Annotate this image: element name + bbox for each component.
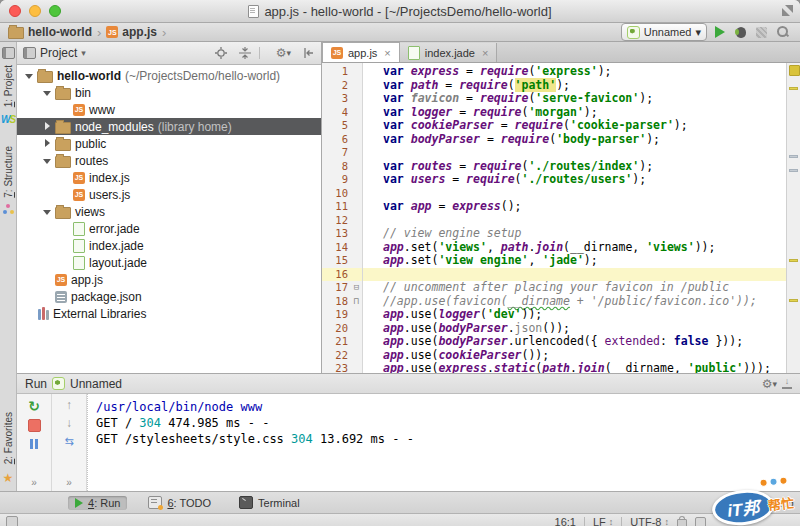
- line-number[interactable]: 6: [322, 133, 351, 147]
- tree-open-arrow-icon[interactable]: [41, 203, 55, 220]
- stripe-mark[interactable]: [789, 155, 798, 158]
- code-line-3[interactable]: var favicon = require('serve-favicon');: [383, 92, 786, 106]
- tree-item-routes[interactable]: routes: [17, 152, 321, 169]
- minimize-window-button[interactable]: [29, 5, 41, 17]
- rerun-button[interactable]: ↻: [28, 400, 40, 412]
- hide-run-panel-button[interactable]: ↓: [782, 378, 792, 389]
- line-number[interactable]: 4: [322, 106, 351, 120]
- toolwindow-button-terminal[interactable]: Terminal: [232, 495, 307, 510]
- tree-closed-arrow-icon[interactable]: [41, 118, 55, 135]
- line-number[interactable]: 1: [322, 65, 351, 79]
- debug-button[interactable]: [736, 27, 746, 38]
- code-line-13[interactable]: // view engine setup: [383, 227, 786, 241]
- encoding-select[interactable]: UTF-8↕: [630, 516, 669, 526]
- zoom-window-button[interactable]: [49, 5, 61, 17]
- line-number[interactable]: 18: [322, 295, 351, 309]
- tree-item-index-js[interactable]: JSindex.js: [17, 169, 321, 186]
- code-line-18[interactable]: //app.use(favicon(__dirname + '/public/f…: [383, 295, 786, 309]
- search-everywhere-button[interactable]: [777, 26, 789, 38]
- code-line-19[interactable]: app.use(logger('dev'));: [383, 308, 786, 322]
- code-line-6[interactable]: var bodyParser = require('body-parser');: [383, 133, 786, 147]
- readonly-lock-icon[interactable]: [677, 519, 687, 526]
- line-number[interactable]: 8: [322, 160, 351, 174]
- prev-occurrence-button[interactable]: ↑: [66, 400, 72, 411]
- tree-item-app-js[interactable]: JSapp.js: [17, 271, 321, 288]
- highlighting-level-icon[interactable]: [695, 517, 706, 526]
- tab-close-icon[interactable]: ×: [482, 47, 488, 59]
- collapse-all-button[interactable]: [239, 47, 251, 59]
- tree-item-www[interactable]: JSwww: [17, 101, 321, 118]
- tree-item-users-js[interactable]: JSusers.js: [17, 186, 321, 203]
- stripe-mark[interactable]: [789, 169, 798, 172]
- line-number[interactable]: 20: [322, 322, 351, 336]
- close-window-button[interactable]: [9, 5, 21, 17]
- code-line-7[interactable]: [383, 146, 786, 160]
- code-line-12[interactable]: [383, 214, 786, 228]
- tree-item-views[interactable]: views: [17, 203, 321, 220]
- project-panel-title[interactable]: Project: [40, 46, 77, 60]
- stop-button[interactable]: [28, 419, 41, 432]
- code-line-16[interactable]: [363, 268, 786, 282]
- hide-panel-button[interactable]: [303, 47, 315, 59]
- locate-file-button[interactable]: [215, 47, 227, 59]
- code-line-4[interactable]: var logger = require('morgan');: [383, 106, 786, 120]
- run-settings-gear-button[interactable]: ⚙▾: [762, 377, 777, 391]
- console-output[interactable]: /usr/local/bin/node wwwGET / 304 474.985…: [87, 394, 800, 491]
- tree-item-package-json[interactable]: package.json: [17, 288, 321, 305]
- tree-item-error-jade[interactable]: error.jade: [17, 220, 321, 237]
- line-number[interactable]: 14: [322, 241, 351, 255]
- tree-open-arrow-icon[interactable]: [23, 67, 37, 84]
- stripe-mark[interactable]: [789, 299, 798, 302]
- code-line-11[interactable]: var app = express();: [383, 200, 786, 214]
- error-stripe[interactable]: [786, 63, 800, 373]
- settings-gear-button[interactable]: ⚙▾: [276, 46, 291, 60]
- line-number[interactable]: 7: [322, 146, 351, 160]
- inspection-status-icon[interactable]: [789, 65, 800, 76]
- stripe-mark[interactable]: [789, 259, 798, 262]
- line-number[interactable]: 15: [322, 254, 351, 268]
- code-line-5[interactable]: var cookieParser = require('cookie-parse…: [383, 119, 786, 133]
- overflow-chevron-icon[interactable]: »: [31, 477, 37, 488]
- code-area[interactable]: 1234567891011121314151617⊟18⊓1920212223 …: [322, 63, 800, 373]
- overflow-chevron-icon[interactable]: »: [66, 477, 72, 488]
- code-lines[interactable]: var express = require('express');var pat…: [363, 63, 786, 373]
- line-number[interactable]: 16: [322, 268, 351, 282]
- fold-marker-icon[interactable]: ⊓: [351, 295, 362, 309]
- tree-item-index-jade[interactable]: index.jade: [17, 237, 321, 254]
- code-line-14[interactable]: app.set('views', path.join(__dirname, 'v…: [383, 241, 786, 255]
- tree-open-arrow-icon[interactable]: [41, 152, 55, 169]
- tab-close-icon[interactable]: ×: [384, 47, 390, 59]
- tree-item-node-modules[interactable]: node_modules(library home): [17, 118, 321, 135]
- code-line-22[interactable]: app.use(cookieParser());: [383, 349, 786, 363]
- caret-position[interactable]: 16:1: [555, 516, 576, 526]
- line-number[interactable]: 19: [322, 308, 351, 322]
- line-number[interactable]: 11: [322, 200, 351, 214]
- stripe-mark[interactable]: [789, 87, 798, 90]
- line-number[interactable]: 3: [322, 92, 351, 106]
- line-number[interactable]: 10: [322, 187, 351, 201]
- fullscreen-icon[interactable]: [782, 5, 793, 16]
- tab-index-jade[interactable]: index.jade×: [400, 43, 498, 62]
- line-separator-select[interactable]: LF↕: [593, 516, 613, 526]
- breadcrumb-file[interactable]: app.js: [122, 25, 157, 39]
- line-number[interactable]: 22: [322, 349, 351, 363]
- next-occurrence-button[interactable]: ↓: [66, 418, 72, 429]
- stripe-button-structure[interactable]: 7: Structure: [3, 146, 14, 198]
- tree-item-hello-world[interactable]: hello-world(~/ProjectsDemo/hello-world): [17, 67, 321, 84]
- line-number[interactable]: 5: [322, 119, 351, 133]
- tab-app-js[interactable]: JSapp.js×: [322, 42, 400, 62]
- line-number[interactable]: 13: [322, 227, 351, 241]
- line-number[interactable]: 12: [322, 214, 351, 228]
- code-line-2[interactable]: var path = require('path');: [383, 79, 786, 93]
- breadcrumb-project[interactable]: hello-world: [28, 25, 92, 39]
- line-number[interactable]: 9: [322, 173, 351, 187]
- run-configuration-select[interactable]: Unnamed ▾: [621, 23, 707, 41]
- code-line-15[interactable]: app.set('view engine', 'jade');: [383, 254, 786, 268]
- code-line-9[interactable]: var users = require('./routes/users');: [383, 173, 786, 187]
- code-line-8[interactable]: var routes = require('./routes/index');: [383, 160, 786, 174]
- code-line-10[interactable]: [383, 187, 786, 201]
- stripe-button-favorites[interactable]: 2: Favorites: [3, 412, 14, 464]
- line-number[interactable]: 2: [322, 79, 351, 93]
- toggle-toolwindow-buttons[interactable]: [6, 516, 18, 526]
- tree-open-arrow-icon[interactable]: [41, 84, 55, 101]
